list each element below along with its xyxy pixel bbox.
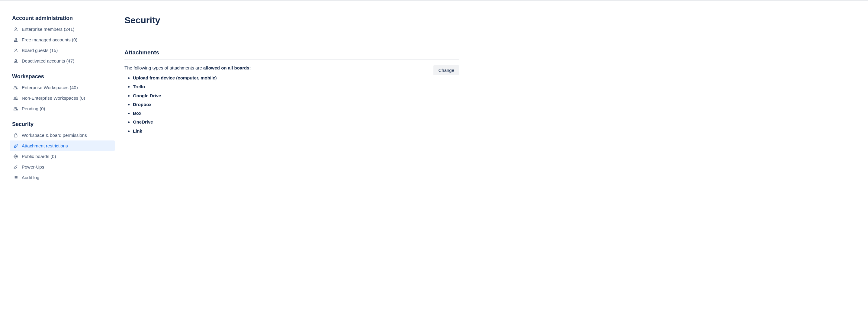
sidebar-item-label: Board guests (15) xyxy=(22,48,58,53)
sidebar-item-enterprise-members[interactable]: Enterprise members (241) xyxy=(10,24,115,34)
main-content: Security Attachments The following types… xyxy=(115,1,471,319)
attachments-description-block: The following types of attachments are a… xyxy=(124,65,251,135)
sidebar-item-public-boards[interactable]: Public boards (0) xyxy=(10,151,115,162)
attachments-description-prefix: The following types of attachments are xyxy=(124,65,203,70)
sidebar-item-non-enterprise-workspaces[interactable]: Non-Enterprise Workspaces (0) xyxy=(10,93,115,103)
rocket-icon xyxy=(13,165,18,169)
sidebar-heading-account-administration: Account administration xyxy=(10,15,115,22)
bullet-item: Link xyxy=(133,127,251,135)
sidebar-item-free-managed-accounts[interactable]: Free managed accounts (0) xyxy=(10,34,115,45)
sidebar-item-label: Free managed accounts (0) xyxy=(22,37,77,42)
sidebar-item-label: Non-Enterprise Workspaces (0) xyxy=(22,95,85,101)
people-icon xyxy=(13,106,18,111)
bullet-item: Dropbox xyxy=(133,100,251,109)
sidebar-item-label: Deactivated accounts (47) xyxy=(22,58,74,63)
attachments-description-row: The following types of attachments are a… xyxy=(124,65,459,135)
bullet-item: Google Drive xyxy=(133,91,251,100)
bullet-item: Trello xyxy=(133,82,251,91)
sidebar-item-deactivated-accounts[interactable]: Deactivated accounts (47) xyxy=(10,56,115,66)
attachments-description-emphasis: allowed on all boards: xyxy=(203,65,251,70)
globe-icon xyxy=(13,154,18,159)
list-icon xyxy=(13,175,18,180)
sidebar-item-label: Audit log xyxy=(22,175,39,180)
sidebar-item-board-guests[interactable]: Board guests (15) xyxy=(10,45,115,56)
bullet-item: OneDrive xyxy=(133,118,251,126)
person-icon xyxy=(13,37,18,42)
section-divider xyxy=(124,60,459,60)
paperclip-icon xyxy=(13,143,18,148)
person-icon xyxy=(13,27,18,32)
sidebar-item-pending[interactable]: Pending (0) xyxy=(10,103,115,114)
change-button[interactable]: Change xyxy=(433,65,459,75)
page-title: Security xyxy=(124,15,459,25)
section-title-attachments: Attachments xyxy=(124,49,459,56)
bullet-item: Upload from device (computer, mobile) xyxy=(133,73,251,82)
bullet-item: Box xyxy=(133,109,251,118)
sidebar-section-security: Security Workspace & board permissions A… xyxy=(10,121,115,183)
sidebar-section-workspaces: Workspaces Enterprise Workspaces (40) No… xyxy=(10,73,115,114)
page-title-divider xyxy=(124,32,459,32)
sidebar-heading-security: Security xyxy=(10,121,115,127)
sidebar-item-label: Power-Ups xyxy=(22,164,44,169)
sidebar-item-label: Workspace & board permissions xyxy=(22,133,87,138)
sidebar-item-label: Pending (0) xyxy=(22,106,45,111)
person-icon xyxy=(13,48,18,53)
sidebar-item-label: Attachment restrictions xyxy=(22,143,68,148)
people-icon xyxy=(13,96,18,101)
sidebar-item-label: Enterprise members (241) xyxy=(22,27,74,32)
attachments-description: The following types of attachments are a… xyxy=(124,65,251,70)
sidebar-item-workspace-board-permissions[interactable]: Workspace & board permissions xyxy=(10,130,115,140)
lock-icon xyxy=(13,133,18,138)
people-icon xyxy=(13,85,18,90)
sidebar-item-audit-log[interactable]: Audit log xyxy=(10,172,115,183)
sidebar: Account administration Enterprise member… xyxy=(0,1,115,319)
sidebar-item-enterprise-workspaces[interactable]: Enterprise Workspaces (40) xyxy=(10,82,115,93)
sidebar-item-power-ups[interactable]: Power-Ups xyxy=(10,162,115,172)
attachments-bullet-list: Upload from device (computer, mobile) Tr… xyxy=(124,73,251,135)
sidebar-item-attachment-restrictions[interactable]: Attachment restrictions xyxy=(10,140,115,151)
sidebar-item-label: Public boards (0) xyxy=(22,154,56,159)
sidebar-item-label: Enterprise Workspaces (40) xyxy=(22,85,78,90)
person-icon xyxy=(13,59,18,63)
sidebar-heading-workspaces: Workspaces xyxy=(10,73,115,80)
sidebar-section-account-administration: Account administration Enterprise member… xyxy=(10,15,115,66)
